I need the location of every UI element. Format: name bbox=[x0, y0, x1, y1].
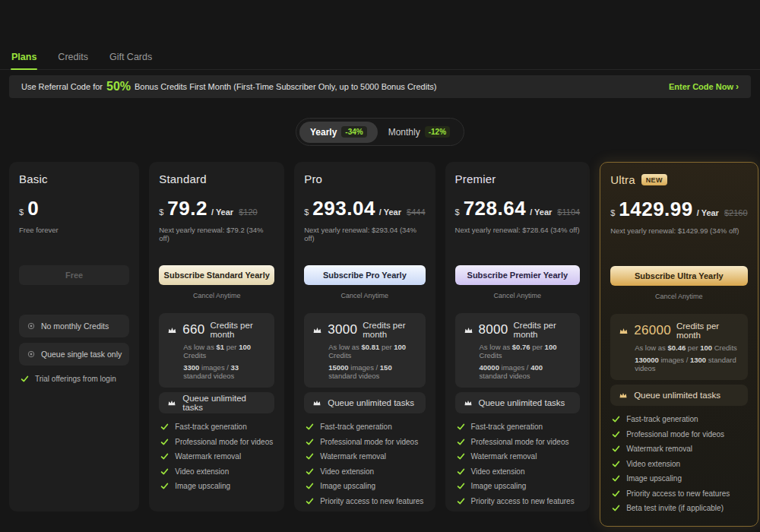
check-icon bbox=[306, 482, 314, 490]
price-row: $ 293.04 / Year $444 bbox=[304, 197, 425, 220]
feature-item: Video extension bbox=[160, 467, 273, 476]
cancel-anytime-note: Cancel Anytime bbox=[455, 292, 581, 301]
price-period: / Year bbox=[379, 207, 401, 217]
price-row: $ 1429.99 / Year $2160 bbox=[610, 198, 747, 221]
old-price-strikethrough: $1104 bbox=[557, 207, 580, 217]
cancel-anytime-note: Cancel Anytime bbox=[159, 292, 274, 301]
feature-label: Watermark removal bbox=[626, 445, 692, 453]
feature-item: Image upscaling bbox=[160, 482, 273, 490]
check-icon bbox=[306, 467, 314, 476]
plan-card-standard: Standard $ 79.2 / Year $120 Next yearly … bbox=[149, 162, 284, 511]
check-icon bbox=[306, 438, 314, 446]
feature-label: Image upscaling bbox=[626, 474, 682, 483]
plan-title: Basic bbox=[19, 173, 48, 185]
feature-item: Fast-track generation bbox=[457, 423, 579, 431]
plan-title: Premier bbox=[455, 173, 496, 185]
check-icon bbox=[612, 415, 620, 423]
cancel-anytime-note: Cancel Anytime bbox=[304, 292, 425, 301]
check-icon bbox=[160, 423, 169, 431]
limitation-label: Queue single task only bbox=[41, 350, 122, 359]
feature-item: Fast-track generation bbox=[612, 415, 746, 423]
currency-symbol: $ bbox=[304, 207, 309, 217]
credits-amount: 660 bbox=[182, 322, 204, 337]
queue-box: Queue unlimited tasks bbox=[159, 392, 274, 413]
tab-credits[interactable]: Credits bbox=[57, 47, 89, 69]
credits-box: 660 Credits per month As low as $1 per 1… bbox=[159, 313, 274, 388]
credits-box: 8000 Credits per month As low as $0.76 p… bbox=[455, 313, 581, 388]
check-icon bbox=[612, 474, 620, 483]
check-icon bbox=[306, 423, 314, 431]
crown-icon bbox=[167, 398, 176, 407]
queue-box: Queue unlimited tasks bbox=[304, 392, 425, 413]
check-icon bbox=[457, 438, 465, 446]
currency-symbol: $ bbox=[19, 207, 24, 217]
unit-price-note: As low as $0.81 per 100 Credits bbox=[312, 343, 416, 359]
new-badge: NEW bbox=[641, 174, 667, 185]
limitations-list: No monthly CreditsQueue single task only bbox=[19, 315, 129, 366]
feature-item: Video extension bbox=[457, 467, 579, 476]
feature-item: Image upscaling bbox=[306, 482, 423, 490]
renewal-note: Next yearly renewal: $293.04 (34% off) bbox=[304, 226, 425, 242]
feature-item: Priority access to new features bbox=[612, 489, 746, 498]
crown-icon bbox=[167, 325, 177, 335]
app-header bbox=[0, 0, 760, 47]
old-price-strikethrough: $444 bbox=[407, 207, 425, 217]
plan-card-premier: Premier $ 728.64 / Year $1104 Next yearl… bbox=[445, 162, 591, 511]
feature-label: Fast-track generation bbox=[626, 415, 698, 423]
billing-toggle: Yearly -34% Monthly -12% bbox=[296, 118, 464, 146]
currency-symbol: $ bbox=[455, 207, 460, 217]
feature-item: Professional mode for videos bbox=[457, 438, 579, 446]
subscribe-button[interactable]: Free bbox=[19, 265, 129, 285]
credits-amount: 26000 bbox=[634, 323, 671, 338]
tab-gift-cards[interactable]: Gift Cards bbox=[109, 47, 153, 69]
price-row: $ 0 bbox=[19, 197, 129, 220]
queue-box: Queue unlimited tasks bbox=[610, 385, 747, 406]
feature-item: Image upscaling bbox=[457, 482, 579, 490]
feature-label: Video extension bbox=[471, 467, 525, 476]
tab-plans[interactable]: Plans bbox=[11, 47, 37, 69]
credits-amount-label: Credits per month bbox=[514, 321, 572, 339]
check-icon bbox=[160, 482, 169, 490]
feature-item: Professional mode for videos bbox=[306, 438, 423, 446]
feature-list: Fast-track generationProfessional mode f… bbox=[455, 423, 581, 505]
check-icon bbox=[21, 375, 29, 383]
banner-prefix: Use Referral Code for bbox=[21, 82, 103, 91]
subscribe-button[interactable]: Subscribe Standard Yearly bbox=[159, 265, 274, 285]
unit-price-note: As low as $0.76 per 100 Credits bbox=[464, 343, 572, 359]
check-icon bbox=[457, 452, 465, 461]
feature-label: Priority access to new features bbox=[626, 489, 730, 498]
toggle-yearly[interactable]: Yearly -34% bbox=[299, 122, 378, 143]
subscribe-button[interactable]: Subscribe Ultra Yearly bbox=[610, 266, 747, 286]
feature-item: Watermark removal bbox=[306, 452, 423, 461]
plan-header: Basic $ 0 Free forever bbox=[19, 173, 129, 265]
credits-amount-label: Credits per month bbox=[363, 321, 416, 339]
subscribe-button[interactable]: Subscribe Pro Yearly bbox=[304, 265, 425, 285]
plan-tagline: Free forever bbox=[19, 226, 129, 234]
subscribe-button[interactable]: Subscribe Premier Yearly bbox=[455, 265, 581, 285]
check-icon bbox=[457, 497, 465, 505]
queue-label: Queue unlimited tasks bbox=[479, 398, 565, 407]
feature-item: Fast-track generation bbox=[160, 423, 273, 431]
yearly-discount-badge: -34% bbox=[341, 126, 366, 138]
billing-period-section: Yearly -34% Monthly -12% bbox=[0, 118, 760, 146]
credits-amount-label: Credits per month bbox=[211, 321, 267, 339]
plan-card-basic: Basic $ 0 Free forever Free No monthly C… bbox=[9, 162, 139, 511]
check-icon bbox=[612, 460, 620, 468]
cancel-anytime-note: Cancel Anytime bbox=[610, 293, 747, 302]
price-period: / Year bbox=[530, 207, 552, 217]
limitation-pill: Queue single task only bbox=[19, 343, 129, 366]
check-icon bbox=[457, 423, 465, 431]
currency-symbol: $ bbox=[159, 207, 163, 217]
ring-icon bbox=[27, 321, 36, 331]
feature-item: Video extension bbox=[306, 467, 423, 476]
price-row: $ 728.64 / Year $1104 bbox=[455, 197, 581, 220]
yearly-label: Yearly bbox=[310, 127, 337, 138]
plan-card-ultra: Ultra NEW $ 1429.99 / Year $2160 Next ye… bbox=[600, 162, 758, 527]
enter-code-link[interactable]: Enter Code Now › bbox=[669, 81, 739, 92]
crown-icon bbox=[619, 391, 628, 400]
feature-item: Priority access to new features bbox=[457, 497, 579, 505]
check-icon bbox=[612, 445, 620, 453]
toggle-monthly[interactable]: Monthly -12% bbox=[378, 122, 461, 143]
queue-label: Queue unlimited tasks bbox=[328, 398, 414, 407]
feature-label: Video extension bbox=[320, 467, 374, 476]
